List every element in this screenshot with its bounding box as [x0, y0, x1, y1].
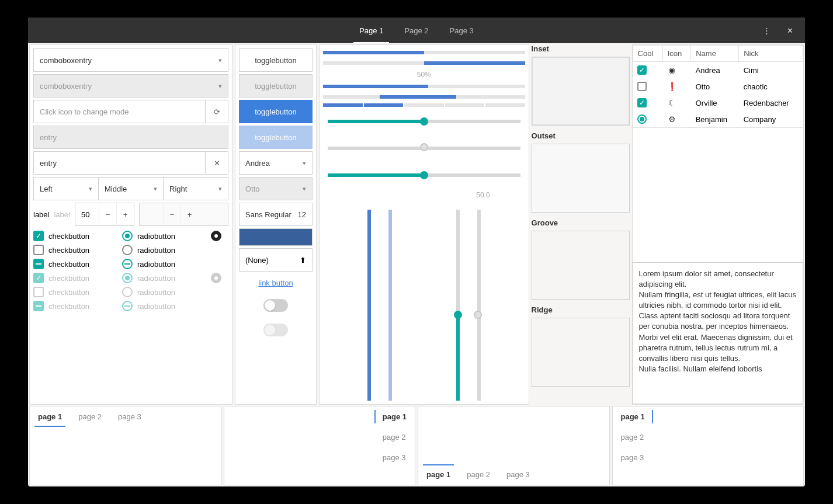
- nb-tab[interactable]: page 1: [30, 406, 70, 427]
- combo-otto-disabled: Otto: [239, 177, 313, 200]
- align-middle-select[interactable]: Middle: [98, 177, 164, 200]
- nb-tab[interactable]: page 2: [374, 427, 415, 447]
- cell-nick: Cimi: [739, 62, 803, 79]
- link-button[interactable]: link button: [239, 274, 313, 292]
- radio-solid[interactable]: [211, 231, 228, 241]
- sliders-column: 50% 50.0: [319, 44, 529, 405]
- checkbutton-mixed[interactable]: checkbutton: [33, 259, 116, 269]
- progress-bar-1: [323, 51, 525, 54]
- radiobutton-on[interactable]: radiobutton: [122, 231, 205, 241]
- table-row[interactable]: ✓ ☾ Orville Redenbacher: [633, 95, 803, 111]
- checkbutton-on-disabled: ✓checkbutton: [33, 273, 116, 283]
- col-icon[interactable]: Icon: [662, 46, 691, 62]
- font-button[interactable]: Sans Regular 12: [239, 203, 313, 226]
- spin-minus[interactable]: −: [99, 203, 116, 225]
- table-row[interactable]: ❗ Otto chaotic: [633, 78, 803, 95]
- togglebutton-on-disabled: togglebutton: [239, 126, 313, 149]
- gear-icon: ⚙: [667, 114, 676, 124]
- combo-andrea[interactable]: Andrea: [239, 151, 313, 175]
- switch-disabled: [263, 324, 288, 336]
- level-bar-discrete: [323, 103, 525, 107]
- spin-plus-disabled: +: [181, 203, 198, 225]
- align-left-select[interactable]: Left: [33, 177, 99, 200]
- header-tab-page3[interactable]: Page 3: [439, 18, 484, 43]
- col-name[interactable]: Name: [691, 46, 739, 62]
- header-tab-page2[interactable]: Page 2: [394, 18, 439, 43]
- entry-field[interactable]: entry: [33, 151, 206, 175]
- align-right-select[interactable]: Right: [163, 177, 228, 200]
- radiobutton-mixed[interactable]: radiobutton: [122, 259, 205, 269]
- cell-nick: chaotic: [739, 78, 803, 95]
- check-icon[interactable]: ✓: [637, 65, 647, 75]
- mode-entry[interactable]: Click icon to change mode: [33, 100, 206, 123]
- nb-tab[interactable]: page 1: [374, 406, 415, 427]
- frame-label-groove: Groove: [532, 218, 630, 227]
- options-grid: ✓checkbutton radiobutton checkbutton rad…: [33, 231, 228, 311]
- table-row[interactable]: ✓ ◉ Andrea Cimi: [633, 62, 803, 79]
- spin-button-disabled: − +: [139, 203, 228, 226]
- checkbutton-off[interactable]: checkbutton: [33, 245, 116, 255]
- col-cool[interactable]: Cool: [633, 46, 662, 62]
- table-row[interactable]: ⚙ Benjamin Company: [633, 111, 803, 128]
- menu-button[interactable]: ⋮: [756, 20, 777, 41]
- level-bar-cont: [323, 85, 525, 88]
- togglebutton-off[interactable]: togglebutton: [239, 48, 313, 72]
- refresh-icon: ⟳: [214, 107, 220, 116]
- notebook-right: page 1 page 2 page 3: [224, 406, 416, 485]
- frame-groove: [532, 231, 630, 300]
- clear-button[interactable]: ✕: [205, 151, 228, 175]
- close-button[interactable]: ✕: [779, 20, 800, 41]
- radio-icon[interactable]: [637, 114, 647, 124]
- combobox-entry-disabled: comboboxentry: [33, 74, 228, 98]
- spin-button[interactable]: 50 − +: [75, 203, 134, 226]
- frame-outset: [532, 144, 630, 213]
- nb-tab[interactable]: page 2: [70, 406, 110, 427]
- checkbutton-off-disabled: checkbutton: [33, 287, 116, 297]
- header-tab-page1[interactable]: Page 1: [349, 18, 394, 43]
- h-slider-2[interactable]: [328, 173, 520, 177]
- check-icon[interactable]: ✓: [637, 98, 647, 107]
- progress-bar-2: [323, 61, 525, 65]
- radiobutton-on-disabled: radiobutton: [122, 273, 205, 283]
- radio-solid-disabled: [211, 273, 228, 283]
- radiobutton-mixed-disabled: radiobutton: [122, 301, 205, 311]
- spin-plus[interactable]: +: [116, 203, 134, 225]
- frame-label-ridge: Ridge: [532, 305, 630, 314]
- level-bar-2: [323, 95, 525, 99]
- col-nick[interactable]: Nick: [739, 46, 803, 62]
- file-name: (None): [245, 256, 269, 265]
- v-slider-disabled: [477, 210, 481, 401]
- font-size: 12: [298, 210, 306, 219]
- nb-tab[interactable]: page 1: [418, 464, 459, 485]
- nb-tab[interactable]: page 3: [110, 406, 150, 427]
- switch-off[interactable]: [263, 299, 288, 312]
- color-button[interactable]: [239, 228, 313, 246]
- checkbutton-on[interactable]: ✓checkbutton: [33, 231, 116, 241]
- close-icon: ✕: [214, 159, 220, 168]
- header-tabs: Page 1 Page 2 Page 3: [349, 18, 484, 43]
- check-icon[interactable]: [637, 82, 647, 91]
- nb-tab[interactable]: page 2: [613, 427, 653, 447]
- nb-tab[interactable]: page 3: [613, 447, 653, 468]
- togglebutton-on[interactable]: togglebutton: [239, 100, 313, 123]
- refresh-button[interactable]: ⟳: [205, 100, 228, 123]
- nb-tab[interactable]: page 3: [374, 447, 415, 468]
- tree-view[interactable]: Cool Icon Name Nick ✓ ◉ Andrea Cimi: [633, 45, 803, 128]
- togglebutton-off-disabled: togglebutton: [239, 74, 313, 98]
- v-slider-1[interactable]: [367, 210, 371, 401]
- nb-tab[interactable]: page 2: [459, 464, 498, 485]
- v-slider-2[interactable]: [388, 210, 392, 401]
- nb-tab[interactable]: page 3: [498, 464, 538, 485]
- moon-icon: ☾: [667, 98, 676, 107]
- nb-tab[interactable]: page 1: [613, 406, 653, 427]
- radiobutton-off-disabled: radiobutton: [122, 287, 205, 297]
- text-view[interactable]: Lorem ipsum dolor sit amet, consectetur …: [633, 262, 803, 405]
- radiobutton-off[interactable]: radiobutton: [122, 245, 205, 255]
- v-slider-3[interactable]: [456, 210, 460, 401]
- combobox-entry[interactable]: comboboxentry: [33, 48, 228, 72]
- cell-name: Orville: [691, 95, 739, 111]
- h-slider-1[interactable]: [328, 120, 520, 123]
- file-chooser[interactable]: (None) ⬆: [239, 248, 313, 272]
- list-text-column: Cool Icon Name Nick ✓ ◉ Andrea Cimi: [632, 44, 804, 405]
- frame-ridge: [532, 318, 630, 387]
